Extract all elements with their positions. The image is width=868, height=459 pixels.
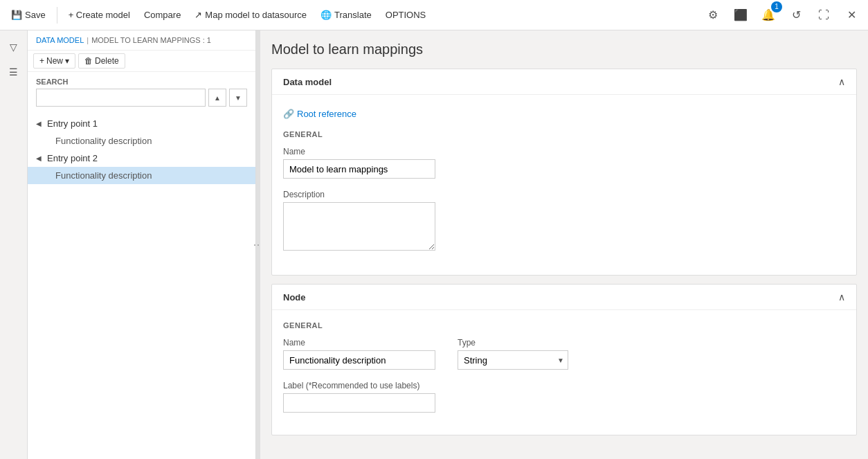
refresh-icon: ↺: [792, 8, 801, 21]
new-dropdown-arrow: ▾: [65, 56, 69, 66]
root-reference-link[interactable]: 🔗 Root reference: [283, 106, 356, 122]
data-model-section-header: Data model ∧: [272, 69, 856, 95]
node-name-group: Name: [283, 338, 435, 370]
node-type-col: Type String Integer Real Boolean Date Da…: [458, 321, 568, 381]
main-toolbar: 💾 Save + Create model Compare ↗ Map mode…: [0, 0, 868, 30]
node-type-select[interactable]: String Integer Real Boolean Date DateTim…: [458, 350, 568, 370]
tree-group-2: ◀ Entry point 2 Functionality descriptio…: [28, 150, 255, 184]
node-type-spacer: [458, 321, 568, 330]
entry-point-2-label: Entry point 2: [47, 153, 250, 163]
data-model-description-label: Description: [283, 190, 845, 199]
node-type-label: Type: [458, 338, 568, 348]
tree-child-2-1[interactable]: Functionality description: [28, 167, 255, 184]
compare-button[interactable]: Compare: [138, 7, 186, 23]
entry-point-1-label: Entry point 1: [47, 118, 250, 129]
office-icon-button[interactable]: ⬛: [730, 4, 752, 26]
map-icon: ↗: [195, 10, 202, 20]
filter-icon-button[interactable]: ▽: [3, 36, 25, 58]
tree-child-1-1[interactable]: Functionality description: [28, 132, 255, 150]
data-model-section-title: Data model: [283, 77, 332, 87]
new-plus-icon: +: [39, 56, 44, 66]
link-icon: 🔗: [283, 109, 294, 119]
close-button[interactable]: ✕: [840, 4, 862, 26]
create-model-button[interactable]: + Create model: [63, 7, 136, 23]
breadcrumb-data-model[interactable]: DATA MODEL: [36, 36, 84, 44]
left-panel: DATA MODEL | MODEL TO LEARN MAPPINGS : 1…: [28, 30, 256, 459]
data-model-description-textarea[interactable]: [283, 202, 435, 251]
node-label-input[interactable]: [283, 393, 435, 413]
tree-item-entry-point-2[interactable]: ◀ Entry point 2: [28, 150, 255, 167]
new-button[interactable]: + New ▾: [33, 53, 75, 69]
node-section-header: Node ∧: [272, 285, 856, 310]
main-layout: ▽ ☰ DATA MODEL | MODEL TO LEARN MAPPINGS…: [0, 30, 868, 459]
search-section: SEARCH ▲ ▼: [28, 72, 255, 112]
toolbar-right: ⚙ ⬛ 🔔 1 ↺ ⛶ ✕: [702, 4, 862, 26]
node-label-field-label: Label (*Recommended to use labels): [283, 381, 435, 390]
delete-icon: 🗑: [84, 56, 93, 66]
node-collapse-button[interactable]: ∧: [838, 291, 845, 303]
search-label: SEARCH: [36, 78, 247, 86]
search-row: ▲ ▼: [36, 89, 247, 107]
filter-icon: ▽: [10, 42, 17, 53]
search-input[interactable]: [36, 89, 206, 107]
data-model-section: Data model ∧ 🔗 Root reference GENERAL Na…: [271, 69, 857, 276]
node-name-label: Name: [283, 338, 435, 348]
office-icon: ⬛: [734, 8, 748, 21]
refresh-button[interactable]: ↺: [785, 4, 807, 26]
breadcrumb-separator: |: [87, 36, 89, 44]
translate-button[interactable]: 🌐 Translate: [315, 7, 377, 23]
root-reference-container: 🔗 Root reference: [283, 106, 845, 130]
node-section-title: Node: [283, 292, 306, 303]
data-model-collapse-button[interactable]: ∧: [838, 76, 845, 87]
menu-icon-button[interactable]: ☰: [3, 61, 25, 83]
save-icon: 💾: [11, 10, 22, 20]
down-arrow-icon: ▼: [235, 94, 242, 102]
tree-group-1: ◀ Entry point 1 Functionality descriptio…: [28, 115, 255, 150]
data-model-name-input[interactable]: [283, 159, 435, 179]
open-new-icon: ⛶: [818, 9, 829, 21]
up-arrow-icon: ▲: [214, 94, 221, 102]
settings-icon-button[interactable]: ⚙: [702, 4, 724, 26]
tree-item-entry-point-1[interactable]: ◀ Entry point 1: [28, 115, 255, 132]
functionality-desc-2-label: Functionality description: [55, 170, 152, 181]
node-name-input[interactable]: [283, 350, 435, 370]
page-title: Model to learn mappings: [271, 42, 857, 57]
settings-icon: ⚙: [708, 8, 718, 21]
data-model-section-body: 🔗 Root reference GENERAL Name Descriptio…: [272, 95, 856, 275]
node-general-label: GENERAL: [283, 321, 435, 330]
close-icon: ✕: [847, 8, 856, 21]
data-model-description-group: Description: [283, 190, 845, 253]
toolbar-separator-1: [57, 7, 57, 24]
breadcrumb-current: MODEL TO LEARN MAPPINGS : 1: [91, 36, 211, 44]
breadcrumb: DATA MODEL | MODEL TO LEARN MAPPINGS : 1: [28, 30, 255, 51]
notification-badge: 🔔 1: [757, 4, 779, 26]
node-label-group: Label (*Recommended to use labels): [283, 381, 435, 413]
functionality-desc-1-label: Functionality description: [55, 136, 152, 146]
node-general-col: GENERAL Name Label (*Recommended to use …: [283, 321, 435, 424]
map-to-datasource-button[interactable]: ↗ Map model to datasource: [189, 7, 312, 23]
options-button[interactable]: OPTIONS: [380, 7, 432, 23]
open-new-window-button[interactable]: ⛶: [813, 4, 835, 26]
right-panel: Model to learn mappings Data model ∧ 🔗 R…: [260, 30, 868, 459]
data-model-general-label: GENERAL: [283, 130, 845, 138]
panel-toolbar: + New ▾ 🗑 Delete: [28, 51, 255, 72]
search-up-button[interactable]: ▲: [208, 89, 226, 107]
node-type-select-wrapper: String Integer Real Boolean Date DateTim…: [458, 350, 568, 370]
expand-icon-2: ◀: [36, 154, 47, 162]
tree: ◀ Entry point 1 Functionality descriptio…: [28, 112, 255, 459]
save-button[interactable]: 💾 Save: [6, 7, 51, 23]
data-model-name-label: Name: [283, 147, 845, 156]
node-section: Node ∧ GENERAL Name Label (*Recommended …: [271, 284, 857, 435]
node-section-body: GENERAL Name Label (*Recommended to use …: [272, 310, 856, 435]
translate-icon: 🌐: [320, 10, 332, 20]
search-down-button[interactable]: ▼: [229, 89, 247, 107]
data-model-name-group: Name: [283, 147, 845, 179]
side-icons: ▽ ☰: [0, 30, 28, 459]
node-type-group: Type String Integer Real Boolean Date Da…: [458, 338, 568, 370]
delete-button[interactable]: 🗑 Delete: [78, 53, 125, 69]
node-form-row: GENERAL Name Label (*Recommended to use …: [283, 321, 845, 424]
menu-icon: ☰: [9, 66, 18, 78]
expand-icon-1: ◀: [36, 120, 47, 127]
